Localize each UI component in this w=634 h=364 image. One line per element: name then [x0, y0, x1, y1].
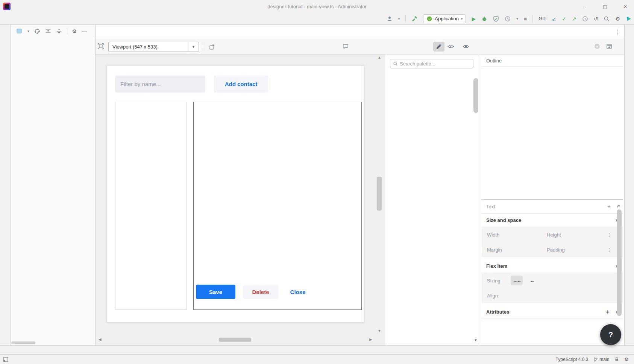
palette-scroll-down-icon[interactable]: ▼ — [474, 338, 478, 342]
canvas-scroll-down-icon[interactable]: ▼ — [378, 329, 381, 333]
spacing-options-icon[interactable]: ⋮ — [607, 247, 612, 253]
navigation-bar: ▾ Application ▾ ▶ ▾ ■ Git: ↙ ✓ ↗ ↺ ⚙ — [0, 13, 634, 25]
settings-gear-icon[interactable]: ⚙ — [615, 16, 620, 21]
branch-name: main — [599, 357, 609, 362]
delete-button[interactable]: Delete — [243, 285, 278, 299]
close-button[interactable]: Close — [289, 285, 307, 299]
project-settings-icon[interactable]: ⚙ — [72, 29, 77, 34]
selection-frame-icon[interactable] — [98, 43, 104, 49]
git-push-icon[interactable]: ↗ — [572, 16, 576, 21]
palette-panel: ▼ — [386, 55, 479, 345]
size-options-icon[interactable]: ⋮ — [607, 232, 612, 238]
collapse-all-icon[interactable] — [56, 28, 62, 34]
inspector-panel: Outline Text +› Size and space ∨ — [482, 55, 623, 345]
project-view-dropdown-icon[interactable]: ▾ — [27, 29, 29, 33]
sizing-shrink-button[interactable]: →← — [511, 276, 523, 285]
profiler-dropdown-icon[interactable]: ▾ — [516, 17, 518, 21]
close-button[interactable]: ✕ — [622, 4, 629, 9]
tool-window-toggle-icon[interactable] — [3, 357, 8, 362]
add-text-icon[interactable]: + — [607, 203, 611, 210]
git-toolbar-label: Git: — [538, 16, 546, 21]
user-icon[interactable] — [387, 16, 393, 22]
locate-file-icon[interactable] — [34, 28, 40, 34]
run-button[interactable]: ▶ — [472, 16, 476, 21]
coverage-icon[interactable] — [493, 16, 499, 22]
viewport-select[interactable]: Viewport (547 x 533) ▼ — [108, 42, 199, 52]
flex-item-section[interactable]: Flex Item ∨ — [482, 259, 623, 273]
profiler-icon[interactable] — [505, 16, 511, 22]
comment-bubble-icon[interactable] — [343, 43, 349, 49]
viewport-label: Viewport (547 x 533) — [109, 44, 188, 50]
canvas-scroll-left-icon[interactable]: ◀ — [99, 337, 102, 341]
git-commit-icon[interactable]: ✓ — [562, 16, 566, 21]
canvas-vscrollbar[interactable] — [377, 177, 382, 211]
run-configuration-select[interactable]: Application ▾ — [423, 14, 466, 23]
code-mode-button[interactable]: </> — [447, 44, 454, 49]
intellij-logo-icon — [3, 3, 11, 10]
inspector-scrollbar[interactable] — [617, 209, 622, 316]
design-canvas[interactable]: Add contact Save Delete Close ▲ ▼ ◀ ▶ — [96, 55, 385, 345]
size-space-section[interactable]: Size and space ∨ — [482, 214, 623, 227]
git-update-icon[interactable]: ↙ — [552, 16, 557, 21]
canvas-hscrollbar[interactable] — [219, 338, 251, 342]
ide-features-icon[interactable] — [626, 16, 632, 22]
designer-toolbar: Viewport (547 x 533) ▼ </> — [96, 39, 624, 55]
expand-all-icon[interactable] — [45, 28, 51, 34]
contact-form-preview[interactable]: Save Delete Close — [193, 102, 362, 310]
history-icon[interactable] — [582, 16, 588, 22]
indexing-settings-icon[interactable]: ⚙ — [624, 357, 629, 362]
attributes-label: Attributes — [486, 309, 509, 315]
ide-window: designer-tutorial - main-view.ts - Admin… — [0, 0, 634, 364]
search-icon — [393, 61, 398, 66]
maximize-button[interactable]: ▢ — [602, 4, 608, 9]
add-contact-button[interactable]: Add contact — [214, 76, 268, 93]
project-toolbar: ▾ ⚙ — — [11, 25, 95, 38]
margin-label: Margin — [487, 247, 502, 253]
add-attribute-icon[interactable]: + — [606, 309, 609, 315]
vaadin-grid-preview[interactable] — [115, 102, 187, 310]
text-section[interactable]: Text +› — [482, 200, 623, 214]
tab-options-icon[interactable]: ⋮ — [615, 29, 620, 35]
hide-panel-icon[interactable]: — — [82, 29, 87, 34]
typescript-version[interactable]: TypeScript 4.0.3 — [556, 357, 588, 362]
sizing-grow-button[interactable]: ↔ — [526, 276, 538, 285]
branch-icon — [593, 357, 598, 362]
text-section-label: Text — [486, 204, 495, 209]
properties-panel: Text +› Size and space ∨ Width Height ⋮ — [482, 199, 623, 345]
help-button[interactable]: ? — [600, 324, 621, 345]
debug-icon[interactable] — [481, 16, 487, 22]
editor-tab-bar — [96, 25, 624, 39]
chevron-down-icon: ▾ — [461, 17, 463, 21]
save-button[interactable]: Save — [196, 285, 235, 299]
canvas-scroll-right-icon[interactable]: ▶ — [369, 337, 372, 341]
project-hscrollbar[interactable] — [11, 341, 35, 344]
preview-mode-button[interactable] — [460, 42, 472, 52]
project-view-icon[interactable] — [17, 28, 23, 34]
palette-search[interactable] — [390, 59, 473, 68]
search-everywhere-icon[interactable] — [604, 16, 610, 22]
project-tree — [11, 39, 95, 340]
minimize-button[interactable]: – — [581, 4, 588, 9]
palette-search-input[interactable] — [400, 61, 470, 67]
open-in-window-icon[interactable] — [606, 43, 612, 49]
right-tool-strip — [624, 25, 634, 345]
inspector-scroll-up-icon[interactable]: ▲ — [617, 203, 621, 207]
run-configuration-label: Application — [435, 16, 459, 21]
rollback-icon[interactable]: ↺ — [594, 16, 598, 21]
width-label: Width — [487, 232, 499, 238]
lock-icon[interactable] — [614, 357, 619, 362]
attributes-section[interactable]: Attributes +∨ — [482, 305, 623, 319]
palette-scrollbar[interactable] — [473, 78, 478, 113]
canvas-scroll-up-icon[interactable]: ▲ — [378, 55, 381, 59]
vaadin-help-icon[interactable] — [594, 43, 600, 49]
edit-mode-button[interactable] — [433, 42, 444, 52]
git-branch-widget[interactable]: main — [593, 357, 609, 362]
flex-item-label: Flex Item — [486, 263, 507, 269]
filter-input[interactable] — [115, 76, 205, 93]
stop-button[interactable]: ■ — [524, 16, 527, 21]
user-dropdown-icon[interactable]: ▾ — [398, 17, 400, 21]
window-title: designer-tutorial - main-view.ts - Admin… — [267, 4, 367, 9]
build-hammer-icon[interactable] — [411, 16, 417, 22]
title-bar: designer-tutorial - main-view.ts - Admin… — [0, 0, 634, 13]
rotate-viewport-icon[interactable] — [209, 44, 215, 50]
